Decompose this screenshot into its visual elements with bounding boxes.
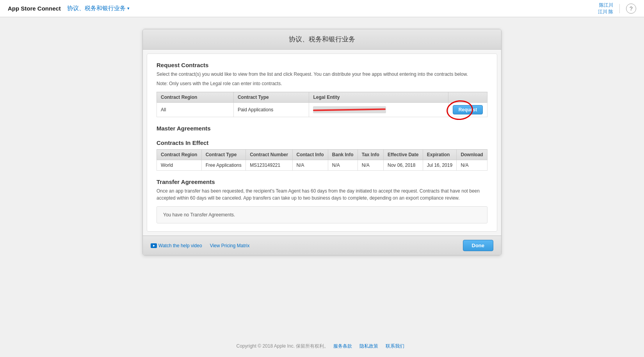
dialog-box: 协议、税务和银行业务 Request Contracts Select the …: [142, 29, 502, 255]
view-pricing-matrix-link[interactable]: View Pricing Matrix: [210, 243, 250, 248]
copyright-text: Copyright © 2018 Apple Inc. 保留所有权利。: [237, 343, 329, 349]
master-agreements-title: Master Agreements: [157, 125, 487, 132]
done-button[interactable]: Done: [463, 240, 494, 251]
help-button[interactable]: ?: [626, 4, 636, 14]
top-navigation: App Store Connect 协议、税务和银行业务 ▾ 陈江川 江川 陈 …: [0, 0, 644, 17]
col-type: Contract Type: [201, 150, 246, 160]
col-expiration: Expiration: [423, 150, 457, 160]
cell-effective-date: Nov 06, 2018: [384, 160, 423, 171]
user-name: 陈江川: [599, 2, 613, 9]
cell-region: World: [157, 160, 202, 171]
transfer-agreements-desc: Once an app transfer has been requested,…: [157, 187, 487, 202]
dialog-footer: Watch the help video View Pricing Matrix…: [143, 236, 501, 255]
col-number: Contract Number: [246, 150, 292, 160]
app-name: App Store Connect: [8, 5, 61, 12]
watch-video-label: Watch the help video: [158, 243, 202, 248]
cell-contact: N/A: [292, 160, 328, 171]
cell-contract-region: All: [157, 103, 234, 117]
cell-download: N/A: [457, 160, 487, 171]
cell-tax: N/A: [358, 160, 383, 171]
col-legal-entity: Legal Entity: [309, 92, 448, 103]
contracts-in-effect-section: Contracts In Effect Contract Region Cont…: [157, 139, 487, 171]
dialog-title: 协议、税务和银行业务: [289, 36, 355, 43]
request-button[interactable]: Request: [453, 105, 483, 114]
col-contract-region: Contract Region: [157, 92, 234, 103]
footer-link-contact[interactable]: 联系我们: [386, 343, 404, 349]
col-tax: Tax Info: [358, 150, 383, 160]
dialog-header: 协议、税务和银行业务: [143, 29, 501, 50]
transfer-agreements-title: Transfer Agreements: [157, 178, 487, 185]
col-effective: Effective Date: [384, 150, 423, 160]
page-footer: Copyright © 2018 Apple Inc. 保留所有权利。 服务条款…: [0, 337, 644, 355]
watch-help-video-link[interactable]: Watch the help video: [151, 243, 202, 248]
table-row: World Free Applications MS123149221 N/A …: [157, 160, 487, 171]
no-transfer-message: You have no Transfer Agreements.: [157, 206, 487, 223]
col-contact: Contact Info: [292, 150, 328, 160]
chevron-down-icon: ▾: [127, 6, 130, 11]
cell-contract-type: Paid Applications: [233, 103, 309, 117]
nav-left: App Store Connect 协议、税务和银行业务 ▾: [8, 5, 130, 12]
col-bank: Bank Info: [328, 150, 358, 160]
col-action: [448, 92, 487, 103]
request-contracts-table: Contract Region Contract Type Legal Enti…: [157, 92, 487, 117]
master-agreements-section: Master Agreements: [157, 125, 487, 132]
cell-bank: N/A: [328, 160, 358, 171]
nav-divider: [619, 4, 620, 13]
legal-entity-value: ████████████: [313, 106, 386, 113]
nav-section-title[interactable]: 协议、税务和银行业务 ▾: [67, 5, 130, 12]
contracts-header-row: Contract Region Contract Type Contract N…: [157, 150, 487, 160]
nav-right: 陈江川 江川 陈 ?: [598, 2, 636, 15]
cell-expiration: Jul 16, 2019: [423, 160, 457, 171]
cell-type: Free Applications: [201, 160, 246, 171]
request-cell-wrapper: Request: [453, 105, 483, 114]
cell-number: MS123149221: [246, 160, 292, 171]
footer-link-terms[interactable]: 服务条款: [333, 343, 352, 349]
video-icon: [151, 243, 157, 248]
footer-link-privacy[interactable]: 隐私政策: [359, 343, 378, 349]
user-subtitle: 江川 陈: [598, 9, 613, 15]
request-contracts-desc1: Select the contract(s) you would like to…: [157, 71, 487, 78]
request-contracts-desc2: Note: Only users with the Legal role can…: [157, 80, 487, 87]
table-row: All Paid Applications ████████████ Reque…: [157, 103, 487, 117]
request-contracts-title: Request Contracts: [157, 62, 487, 68]
footer-links: Watch the help video View Pricing Matrix: [151, 243, 249, 248]
col-download: Download: [457, 150, 487, 160]
cell-request-action: Request: [448, 103, 487, 117]
transfer-agreements-section: Transfer Agreements Once an app transfer…: [157, 178, 487, 223]
cell-legal-entity: ████████████: [309, 103, 448, 117]
request-contracts-section: Request Contracts Select the contract(s)…: [157, 62, 487, 117]
col-contract-type: Contract Type: [233, 92, 309, 103]
contracts-in-effect-table: Contract Region Contract Type Contract N…: [157, 149, 487, 171]
main-content: 协议、税务和银行业务 Request Contracts Select the …: [0, 17, 644, 337]
col-region: Contract Region: [157, 150, 202, 160]
user-menu[interactable]: 陈江川 江川 陈: [598, 2, 613, 15]
request-contracts-header-row: Contract Region Contract Type Legal Enti…: [157, 92, 487, 103]
contracts-in-effect-title: Contracts In Effect: [157, 139, 487, 146]
pricing-matrix-label: View Pricing Matrix: [210, 243, 250, 248]
dialog-body: Request Contracts Select the contract(s)…: [147, 54, 497, 232]
